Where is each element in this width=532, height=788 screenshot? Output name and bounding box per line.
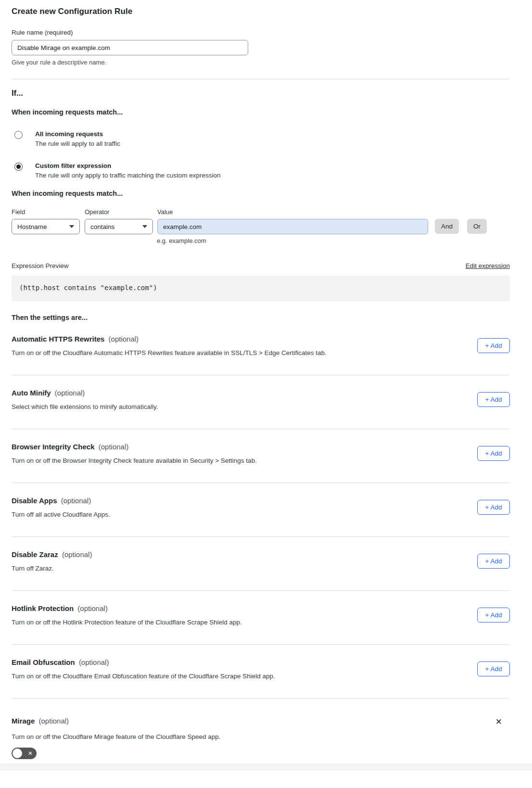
expression-builder-heading: When incoming requests match...	[12, 190, 510, 197]
operator-select[interactable]: contains	[85, 219, 153, 234]
divider	[12, 698, 510, 699]
optional-suffix: (optional)	[39, 717, 69, 725]
setting-row-browser-integrity-check: Browser Integrity Check (optional) Turn …	[12, 443, 510, 464]
create-configuration-rule-form: Create new Configuration Rule Rule name …	[0, 0, 532, 771]
radio-description: The rule will apply to all traffic	[35, 140, 120, 147]
expression-preview-label: Expression Preview	[12, 262, 69, 269]
setting-description: Turn on or off the Cloudflare Mirage fea…	[12, 733, 510, 740]
setting-title: Automatic HTTPS Rewrites	[12, 335, 104, 343]
operator-select-value: contains	[90, 223, 114, 230]
optional-suffix: (optional)	[62, 550, 92, 559]
optional-suffix: (optional)	[79, 658, 109, 666]
optional-suffix: (optional)	[99, 443, 129, 451]
expression-preview-code: (http.host contains "example.com")	[12, 276, 510, 301]
radio-row-custom-filter: Custom filter expression The rule will o…	[12, 162, 510, 179]
radio-description: The rule will only apply to traffic matc…	[35, 172, 220, 179]
value-label: Value	[157, 208, 428, 216]
field-label: Field	[12, 208, 80, 216]
setting-description: Turn on or off the Cloudflare Email Obfu…	[12, 673, 275, 680]
setting-description: Turn on or off the Browser Integrity Che…	[12, 457, 257, 464]
add-email-obfuscation-button[interactable]: + Add	[477, 661, 510, 676]
setting-title: Email Obfuscation	[12, 658, 75, 666]
operator-label: Operator	[85, 208, 153, 216]
setting-description: Turn off all active Cloudflare Apps.	[12, 511, 110, 518]
mirage-toggle[interactable]: ✕	[12, 748, 37, 759]
edit-expression-link[interactable]: Edit expression	[466, 262, 510, 269]
field-select[interactable]: Hostname	[12, 219, 80, 234]
setting-row-email-obfuscation: Email Obfuscation (optional) Turn on or …	[12, 658, 510, 680]
toggle-knob-icon	[13, 749, 22, 758]
close-icon[interactable]: ✕	[494, 717, 503, 727]
radio-all-incoming-requests[interactable]	[14, 131, 23, 139]
setting-title: Disable Zaraz	[12, 550, 58, 559]
add-disable-zaraz-button[interactable]: + Add	[477, 554, 510, 569]
setting-row-disable-apps: Disable Apps (optional) Turn off all act…	[12, 496, 510, 518]
match-radio-group: All incoming requests The rule will appl…	[12, 130, 510, 179]
divider	[12, 429, 510, 429]
chevron-down-icon	[142, 225, 147, 228]
radio-row-all-incoming: All incoming requests The rule will appl…	[12, 130, 510, 147]
setting-description: Turn on or off the Cloudflare Automatic …	[12, 349, 327, 356]
setting-title: Browser Integrity Check	[12, 443, 95, 451]
divider	[12, 536, 510, 537]
add-automatic-https-rewrites-button[interactable]: + Add	[477, 338, 510, 353]
divider	[12, 375, 510, 375]
if-heading: If...	[12, 89, 510, 98]
setting-row-automatic-https-rewrites: Automatic HTTPS Rewrites (optional) Turn…	[12, 335, 510, 356]
radio-label[interactable]: All incoming requests	[35, 130, 120, 138]
setting-row-hotlink-protection: Hotlink Protection (optional) Turn on or…	[12, 604, 510, 626]
rule-name-input[interactable]	[12, 40, 248, 55]
chevron-down-icon	[69, 225, 74, 228]
divider	[12, 79, 510, 79]
add-hotlink-protection-button[interactable]: + Add	[477, 608, 510, 623]
expression-builder-row: Field Hostname Operator contains Value A…	[12, 208, 510, 234]
setting-description: Turn off Zaraz.	[12, 565, 92, 572]
optional-suffix: (optional)	[55, 389, 85, 397]
optional-suffix: (optional)	[109, 335, 139, 343]
setting-title: Mirage	[12, 717, 35, 725]
radio-label[interactable]: Custom filter expression	[35, 162, 220, 169]
divider	[12, 590, 510, 591]
radio-custom-filter-expression[interactable]	[14, 163, 23, 171]
and-button[interactable]: And	[435, 219, 459, 234]
value-input[interactable]	[157, 219, 428, 234]
setting-title: Auto Minify	[12, 389, 51, 397]
setting-description: Turn on or off the Hotlink Protection fe…	[12, 619, 242, 626]
settings-heading: Then the settings are...	[12, 314, 510, 321]
toggle-off-x-icon: ✕	[28, 750, 33, 756]
setting-row-auto-minify: Auto Minify (optional) Select which file…	[12, 389, 510, 410]
divider	[12, 483, 510, 483]
footer-band	[0, 763, 532, 771]
setting-row-disable-zaraz: Disable Zaraz (optional) Turn off Zaraz.…	[12, 550, 510, 572]
page-title: Create new Configuration Rule	[12, 7, 510, 16]
add-browser-integrity-check-button[interactable]: + Add	[477, 446, 510, 461]
rule-name-helper: Give your rule a descriptive name.	[12, 59, 510, 66]
field-select-value: Hostname	[17, 223, 47, 230]
optional-suffix: (optional)	[77, 604, 108, 612]
value-hint: e.g. example.com	[157, 237, 510, 244]
match-heading: When incoming requests match...	[12, 108, 510, 116]
setting-title: Hotlink Protection	[12, 604, 74, 612]
add-auto-minify-button[interactable]: + Add	[477, 392, 510, 407]
setting-title: Disable Apps	[12, 496, 57, 505]
setting-description: Select which file extensions to minify a…	[12, 403, 158, 410]
divider	[12, 644, 510, 645]
or-button[interactable]: Or	[467, 219, 487, 234]
rule-name-label: Rule name (required)	[12, 29, 510, 36]
optional-suffix: (optional)	[61, 496, 91, 505]
setting-row-mirage: Mirage (optional) ✕ Turn on or off the C…	[12, 717, 510, 759]
add-disable-apps-button[interactable]: + Add	[477, 500, 510, 515]
